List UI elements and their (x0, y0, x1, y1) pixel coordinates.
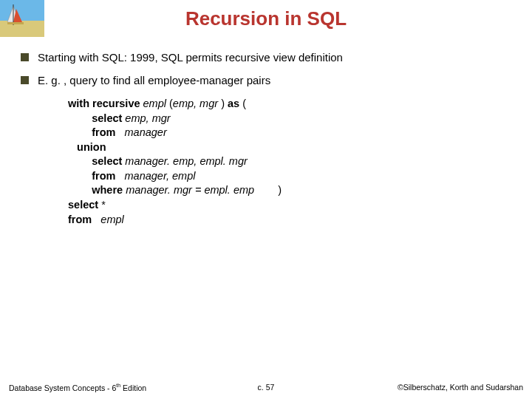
slide-content: Starting with SQL: 1999, SQL permits rec… (0, 51, 532, 227)
slide-title: Recursion in SQL (0, 0, 532, 51)
svg-rect-5 (7, 22, 24, 24)
footer-right: ©Silberschatz, Korth and Sudarshan (398, 383, 523, 392)
bullet-square-icon (21, 53, 29, 61)
bullet-item: E. g. , query to find all employee-manag… (21, 74, 511, 86)
bullet-text: E. g. , query to find all employee-manag… (38, 74, 270, 86)
bullet-item: Starting with SQL: 1999, SQL permits rec… (21, 51, 511, 64)
sql-code-block: with recursive empl (emp, mgr ) as ( sel… (21, 97, 511, 227)
svg-rect-0 (0, 0, 44, 21)
slide-footer: Database System Concepts - 6th Edition c… (0, 383, 532, 392)
footer-left: Database System Concepts - 6th Edition (9, 383, 146, 392)
bullet-square-icon (21, 76, 29, 84)
bullet-text: Starting with SQL: 1999, SQL permits rec… (38, 51, 343, 64)
footer-center: c. 57 (258, 383, 275, 392)
slide-logo (0, 0, 44, 37)
